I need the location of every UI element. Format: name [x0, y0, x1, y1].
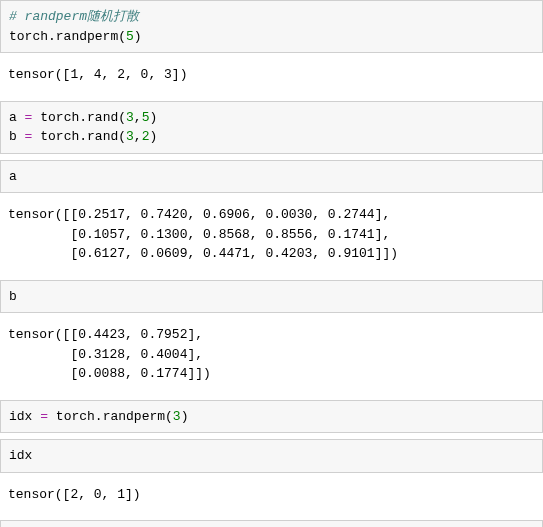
- code-cell-3[interactable]: a: [0, 160, 543, 194]
- code-cell-2[interactable]: a = torch.rand(3,5) b = torch.rand(3,2): [0, 101, 543, 154]
- code-text: ): [149, 110, 157, 125]
- code-cell-7[interactable]: a[idx]: [0, 520, 543, 527]
- output-cell-6: tensor([2, 0, 1]): [0, 479, 543, 511]
- output-text: tensor([2, 0, 1]): [8, 487, 141, 502]
- output-cell-4: tensor([[0.4423, 0.7952], [0.3128, 0.400…: [0, 319, 543, 390]
- number-literal: 3: [126, 110, 134, 125]
- code-text: idx: [9, 409, 40, 424]
- code-cell-1[interactable]: # randperm随机打散 torch.randperm(5): [0, 0, 543, 53]
- code-cell-4[interactable]: b: [0, 280, 543, 314]
- code-text: ): [134, 29, 142, 44]
- operator: =: [40, 409, 48, 424]
- code-text: torch.randperm(: [48, 409, 173, 424]
- code-text: torch.rand(: [32, 110, 126, 125]
- code-text: b: [9, 129, 25, 144]
- comment-text: # randperm随机打散: [9, 9, 139, 24]
- code-text: idx: [9, 448, 32, 463]
- number-literal: 5: [126, 29, 134, 44]
- code-cell-6[interactable]: idx: [0, 439, 543, 473]
- output-cell-3: tensor([[0.2517, 0.7420, 0.6906, 0.0030,…: [0, 199, 543, 270]
- code-text: ): [181, 409, 189, 424]
- output-text: tensor([[0.4423, 0.7952], [0.3128, 0.400…: [8, 327, 211, 381]
- number-literal: 3: [126, 129, 134, 144]
- output-cell-1: tensor([1, 4, 2, 0, 3]): [0, 59, 543, 91]
- code-text: a: [9, 110, 25, 125]
- comma: ,: [134, 129, 142, 144]
- code-text: torch.randperm(: [9, 29, 126, 44]
- comma: ,: [134, 110, 142, 125]
- code-cell-5[interactable]: idx = torch.randperm(3): [0, 400, 543, 434]
- output-text: tensor([1, 4, 2, 0, 3]): [8, 67, 187, 82]
- number-literal: 3: [173, 409, 181, 424]
- output-text: tensor([[0.2517, 0.7420, 0.6906, 0.0030,…: [8, 207, 398, 261]
- code-text: a: [9, 169, 17, 184]
- code-text: ): [149, 129, 157, 144]
- code-text: torch.rand(: [32, 129, 126, 144]
- code-text: b: [9, 289, 17, 304]
